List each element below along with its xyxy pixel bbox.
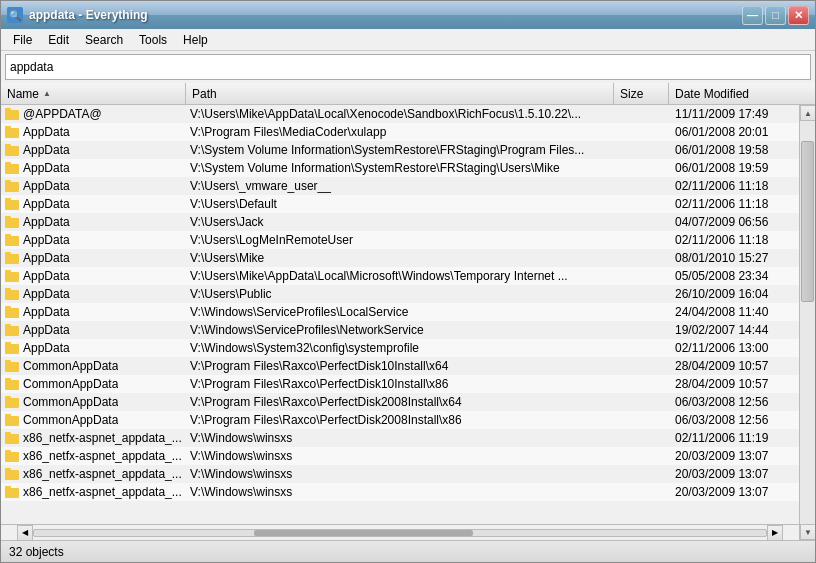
cell-path: V:\Windows\winsxs: [186, 448, 614, 464]
scrollbar-v-thumb[interactable]: [801, 141, 814, 302]
scrollbar-up-btn[interactable]: ▲: [800, 105, 815, 121]
cell-path: V:\Windows\winsxs: [186, 484, 614, 500]
column-header-name[interactable]: Name ▲: [1, 83, 186, 104]
cell-size: [614, 383, 669, 385]
cell-path: V:\Program Files\Raxco\PerfectDisk2008In…: [186, 412, 614, 428]
table-row[interactable]: AppData V:\Windows\System32\config\syste…: [1, 339, 799, 357]
table-row[interactable]: AppData V:\Users\Default 02/11/2006 11:1…: [1, 195, 799, 213]
folder-icon: [5, 126, 19, 138]
table-row[interactable]: AppData V:\Users\Jack 04/07/2009 06:56: [1, 213, 799, 231]
main-window: 🔍 appdata - Everything — □ ✕ File Edit S…: [0, 0, 816, 563]
menu-search[interactable]: Search: [77, 31, 131, 49]
table-row[interactable]: AppData V:\System Volume Information\Sys…: [1, 141, 799, 159]
scrollbar-v-track[interactable]: [800, 121, 815, 524]
cell-name: @APPDATA@: [1, 106, 186, 122]
cell-date: 08/01/2010 15:27: [669, 250, 799, 266]
sort-arrow-icon: ▲: [43, 89, 51, 98]
table-row[interactable]: x86_netfx-aspnet_appdata_... V:\Windows\…: [1, 429, 799, 447]
status-bar: 32 objects: [1, 540, 815, 562]
maximize-button[interactable]: □: [765, 6, 786, 25]
cell-date: 06/03/2008 12:56: [669, 394, 799, 410]
table-row[interactable]: AppData V:\Users\Public 26/10/2009 16:04: [1, 285, 799, 303]
cell-path: V:\Users\Mike: [186, 250, 614, 266]
folder-icon: [5, 180, 19, 192]
cell-size: [614, 293, 669, 295]
folder-icon: [5, 486, 19, 498]
menu-tools[interactable]: Tools: [131, 31, 175, 49]
search-input[interactable]: [10, 60, 806, 74]
folder-icon: [5, 342, 19, 354]
cell-size: [614, 491, 669, 493]
table-row[interactable]: AppData V:\System Volume Information\Sys…: [1, 159, 799, 177]
scrollbar-left-btn[interactable]: ◀: [17, 525, 33, 541]
cell-path: V:\Program Files\Raxco\PerfectDisk10Inst…: [186, 376, 614, 392]
cell-date: 11/11/2009 17:49: [669, 106, 799, 122]
cell-path: V:\Windows\winsxs: [186, 430, 614, 446]
folder-icon: [5, 198, 19, 210]
table-row[interactable]: AppData V:\Program Files\MediaCoder\xula…: [1, 123, 799, 141]
column-header-size[interactable]: Size: [614, 83, 669, 104]
table-row[interactable]: CommonAppData V:\Program Files\Raxco\Per…: [1, 357, 799, 375]
table-row[interactable]: AppData V:\Users\Mike 08/01/2010 15:27: [1, 249, 799, 267]
minimize-button[interactable]: —: [742, 6, 763, 25]
scrollbar-down-btn[interactable]: ▼: [800, 524, 815, 540]
menu-edit[interactable]: Edit: [40, 31, 77, 49]
column-header-date[interactable]: Date Modified: [669, 83, 799, 104]
table-row[interactable]: CommonAppData V:\Program Files\Raxco\Per…: [1, 375, 799, 393]
menu-file[interactable]: File: [5, 31, 40, 49]
cell-size: [614, 311, 669, 313]
folder-icon: [5, 234, 19, 246]
cell-size: [614, 329, 669, 331]
cell-name: CommonAppData: [1, 394, 186, 410]
folder-icon: [5, 288, 19, 300]
scrollbar-right-btn[interactable]: ▶: [767, 525, 783, 541]
folder-icon: [5, 450, 19, 462]
cell-size: [614, 113, 669, 115]
horizontal-scrollbar[interactable]: ◀ ▶: [1, 524, 799, 540]
cell-path: V:\Users\LogMeInRemoteUser: [186, 232, 614, 248]
cell-date: 04/07/2009 06:56: [669, 214, 799, 230]
menu-bar: File Edit Search Tools Help: [1, 29, 815, 51]
cell-name: CommonAppData: [1, 358, 186, 374]
menu-help[interactable]: Help: [175, 31, 216, 49]
table-row[interactable]: CommonAppData V:\Program Files\Raxco\Per…: [1, 411, 799, 429]
cell-name: AppData: [1, 160, 186, 176]
table-row[interactable]: AppData V:\Windows\ServiceProfiles\Local…: [1, 303, 799, 321]
table-row[interactable]: AppData V:\Users\_vmware_user__ 02/11/20…: [1, 177, 799, 195]
table-row[interactable]: AppData V:\Windows\ServiceProfiles\Netwo…: [1, 321, 799, 339]
table-row[interactable]: x86_netfx-aspnet_appdata_... V:\Windows\…: [1, 465, 799, 483]
table-row[interactable]: x86_netfx-aspnet_appdata_... V:\Windows\…: [1, 447, 799, 465]
cell-size: [614, 167, 669, 169]
scrollbar-h-track[interactable]: [33, 529, 767, 537]
column-header-path[interactable]: Path: [186, 83, 614, 104]
cell-size: [614, 473, 669, 475]
cell-size: [614, 275, 669, 277]
cell-size: [614, 221, 669, 223]
cell-path: V:\Windows\System32\config\systemprofile: [186, 340, 614, 356]
cell-date: 06/03/2008 12:56: [669, 412, 799, 428]
close-button[interactable]: ✕: [788, 6, 809, 25]
table-scroll[interactable]: @APPDATA@ V:\Users\Mike\AppData\Local\Xe…: [1, 105, 799, 524]
cell-size: [614, 185, 669, 187]
table-row[interactable]: AppData V:\Users\LogMeInRemoteUser 02/11…: [1, 231, 799, 249]
table-row[interactable]: CommonAppData V:\Program Files\Raxco\Per…: [1, 393, 799, 411]
cell-date: 26/10/2009 16:04: [669, 286, 799, 302]
cell-name: AppData: [1, 196, 186, 212]
cell-path: V:\System Volume Information\SystemResto…: [186, 142, 614, 158]
title-buttons: — □ ✕: [742, 6, 809, 25]
cell-size: [614, 401, 669, 403]
table-row[interactable]: @APPDATA@ V:\Users\Mike\AppData\Local\Xe…: [1, 105, 799, 123]
cell-path: V:\Program Files\MediaCoder\xulapp: [186, 124, 614, 140]
scrollbar-h-thumb[interactable]: [254, 530, 474, 536]
table-row[interactable]: x86_netfx-aspnet_appdata_... V:\Windows\…: [1, 483, 799, 501]
table-row[interactable]: AppData V:\Users\Mike\AppData\Local\Micr…: [1, 267, 799, 285]
cell-path: V:\Windows\ServiceProfiles\NetworkServic…: [186, 322, 614, 338]
cell-date: 20/03/2009 13:07: [669, 484, 799, 500]
cell-date: 02/11/2006 13:00: [669, 340, 799, 356]
vertical-scrollbar[interactable]: ▲ ▼: [799, 105, 815, 540]
cell-date: 28/04/2009 10:57: [669, 376, 799, 392]
cell-path: V:\Users\Mike\AppData\Local\Microsoft\Wi…: [186, 268, 614, 284]
folder-icon: [5, 252, 19, 264]
cell-date: 24/04/2008 11:40: [669, 304, 799, 320]
cell-path: V:\Windows\ServiceProfiles\LocalService: [186, 304, 614, 320]
